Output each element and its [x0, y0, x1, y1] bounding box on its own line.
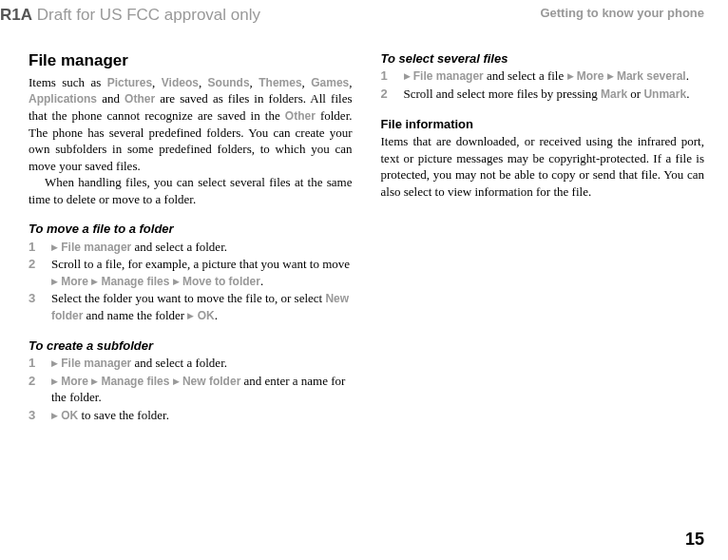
header-right: Getting to know your phone [540, 5, 704, 22]
step-number: 3 [29, 290, 51, 307]
create-step-1: 1 ▶ File manager and select a folder. [29, 355, 353, 372]
ok-label: OK [198, 309, 215, 322]
move-step-3: 3 Select the folder you want to move the… [29, 290, 353, 323]
move-step-2: 2 Scroll to a file, for example, a pictu… [29, 256, 353, 289]
manage-files-label: Manage files [101, 375, 169, 388]
left-column: File manager Items such as Pictures, Vid… [29, 50, 353, 424]
step-body: ▶ More ▶ Manage files ▶ New folder and e… [51, 373, 353, 406]
text: . [215, 308, 218, 322]
text: . [260, 274, 263, 288]
unmark-label: Unmark [643, 87, 686, 101]
step-number: 2 [29, 256, 51, 273]
step-body: Scroll to a file, for example, a picture… [51, 256, 353, 289]
text: Scroll and select more files by pressing [404, 87, 602, 101]
arrow-icon: ▶ [91, 377, 98, 386]
header-left: R1A Draft for US FCC approval only [0, 5, 260, 27]
arrow-icon: ▶ [51, 358, 58, 368]
text: , [152, 75, 162, 89]
text: and select a folder. [131, 356, 227, 370]
text: Items such as [29, 75, 107, 89]
create-step-2: 2 ▶ More ▶ Manage files ▶ New folder and… [29, 373, 353, 406]
right-column: To select several files 1 ▶ File manager… [381, 50, 705, 424]
step-body: ▶ File manager and select a folder. [51, 355, 353, 372]
other-label-2: Other [285, 109, 316, 123]
text: to save the folder. [78, 408, 169, 422]
move-to-folder-label: Move to folder [182, 275, 260, 288]
handling-paragraph: When handling files, you can select seve… [29, 174, 353, 207]
file-manager-heading: File manager [29, 50, 353, 72]
arrow-icon: ▶ [187, 311, 194, 320]
other-label: Other [125, 92, 155, 106]
step-number: 2 [29, 373, 51, 390]
more-label: More [61, 275, 88, 288]
intro-paragraph: Items such as Pictures, Videos, Sounds, … [29, 74, 353, 174]
create-subfolder-heading: To create a subfolder [29, 338, 353, 355]
page-number: 15 [685, 528, 704, 550]
applications-label: Applications [29, 92, 97, 106]
file-info-paragraph: Items that are downloaded, or received u… [381, 133, 705, 200]
step-number: 1 [381, 68, 404, 85]
step-number: 1 [29, 355, 51, 372]
arrow-icon: ▶ [51, 377, 58, 386]
step-number: 3 [29, 407, 51, 424]
text: , [349, 75, 352, 89]
step-number: 2 [381, 86, 404, 103]
file-manager-label: File manager [61, 241, 131, 254]
arrow-icon: ▶ [404, 71, 411, 81]
file-information-heading: File information [381, 116, 705, 133]
arrow-icon: ▶ [173, 377, 180, 386]
step-body: ▶ File manager and select a folder. [51, 239, 353, 256]
arrow-icon: ▶ [567, 71, 574, 81]
videos-label: Videos [162, 76, 199, 89]
step-body: ▶ OK to save the folder. [51, 407, 353, 424]
file-manager-label: File manager [61, 357, 131, 370]
step-number: 1 [29, 239, 51, 256]
arrow-icon: ▶ [51, 277, 58, 286]
draft-label: Draft for US FCC approval only [32, 6, 260, 24]
sounds-label: Sounds [208, 76, 250, 89]
manage-files-label: Manage files [101, 275, 169, 288]
mark-label: Mark [601, 87, 627, 101]
r1a-label: R1A [0, 6, 32, 24]
arrow-icon: ▶ [607, 71, 614, 81]
text: and name the folder [83, 308, 187, 322]
text: and select a folder. [131, 240, 227, 254]
arrow-icon: ▶ [51, 411, 58, 420]
move-file-heading: To move a file to a folder [29, 221, 353, 238]
arrow-icon: ▶ [51, 242, 58, 252]
games-label: Games [311, 76, 349, 89]
step-body: Scroll and select more files by pressing… [404, 86, 705, 103]
step-body: ▶ File manager and select a file ▶ More … [404, 68, 705, 85]
select-step-2: 2 Scroll and select more files by pressi… [381, 86, 705, 103]
text: and select a file [484, 68, 567, 83]
content-columns: File manager Items such as Pictures, Vid… [0, 27, 728, 424]
step-body: Select the folder you want to move the f… [51, 290, 353, 323]
select-step-1: 1 ▶ File manager and select a file ▶ Mor… [381, 68, 705, 85]
text: , [302, 75, 312, 89]
mark-several-label: Mark several [617, 69, 686, 83]
text: Scroll to a file, for example, a picture… [51, 257, 350, 271]
ok-label: OK [61, 409, 78, 422]
text: , [250, 75, 259, 89]
file-manager-label: File manager [413, 69, 484, 83]
text: and [97, 91, 125, 106]
text: Select the folder you want to move the f… [51, 291, 325, 305]
text: . [686, 87, 689, 101]
create-step-3: 3 ▶ OK to save the folder. [29, 407, 353, 424]
more-label: More [61, 375, 88, 388]
arrow-icon: ▶ [91, 277, 98, 286]
text: , [199, 75, 208, 89]
select-files-heading: To select several files [381, 50, 705, 68]
new-folder-label: New folder [182, 375, 240, 388]
more-label: More [577, 69, 604, 83]
page-header: R1A Draft for US FCC approval only Getti… [0, 0, 728, 27]
pictures-label: Pictures [107, 76, 152, 89]
move-step-1: 1 ▶ File manager and select a folder. [29, 239, 353, 256]
themes-label: Themes [259, 76, 301, 89]
arrow-icon: ▶ [173, 277, 180, 286]
text: . [686, 68, 689, 83]
text: or [627, 87, 643, 101]
